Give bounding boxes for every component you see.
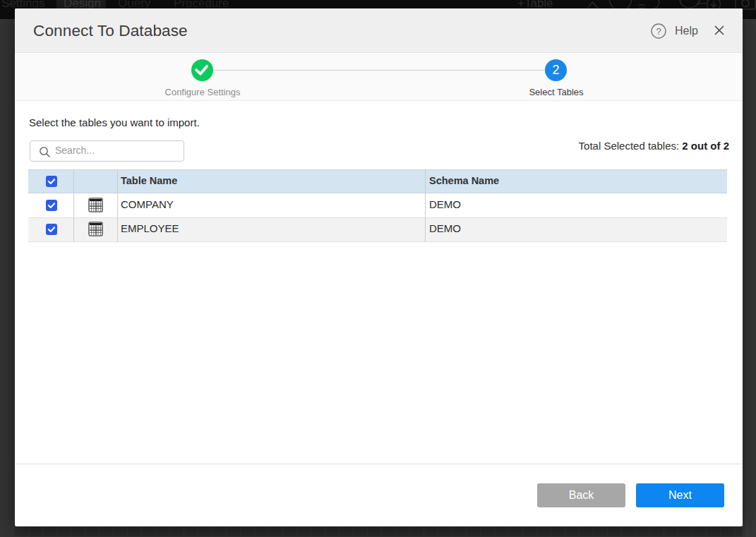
svg-text:?: ? xyxy=(656,26,661,37)
